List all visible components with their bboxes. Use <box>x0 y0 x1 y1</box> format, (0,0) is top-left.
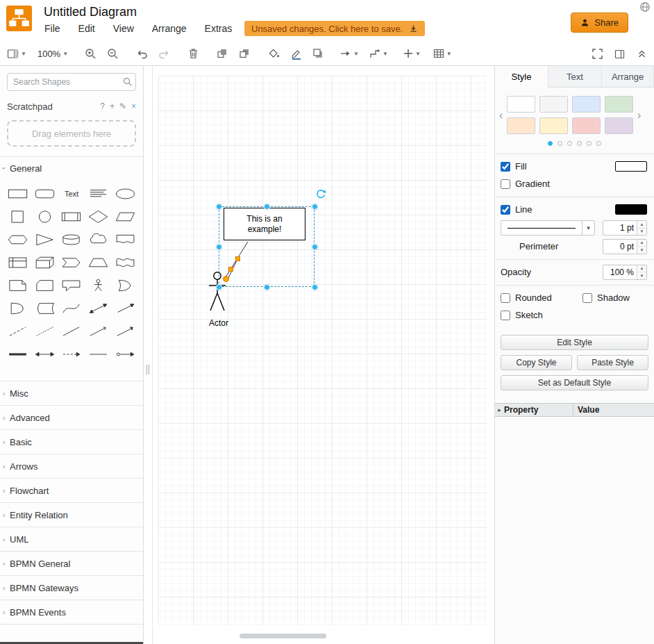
swatch-page-dot-4[interactable] <box>587 141 592 146</box>
shape-card[interactable] <box>31 274 58 297</box>
scratchpad-close-icon[interactable]: × <box>131 101 136 111</box>
shape-rectangle[interactable] <box>4 182 31 205</box>
swatch-page-dot-3[interactable] <box>577 141 582 146</box>
scratchpad-edit-icon[interactable]: ✎ <box>119 101 126 111</box>
rounded-checkbox[interactable] <box>501 293 510 303</box>
shape-bidirectional-connector[interactable] <box>31 342 58 365</box>
edit-style-button[interactable]: Edit Style <box>501 335 648 350</box>
waypoints-style-dropdown[interactable]: ▼ <box>369 44 389 63</box>
fill-toggle[interactable]: Fill <box>501 161 527 172</box>
scratchpad-add-icon[interactable]: + <box>110 101 115 111</box>
unsaved-changes-banner[interactable]: Unsaved changes. Click here to save. <box>244 21 425 36</box>
shape-dotted-line[interactable] <box>31 320 58 342</box>
line-color-swatch-button[interactable] <box>615 204 647 215</box>
edge-waypoint[interactable] <box>228 267 233 272</box>
menu-file[interactable]: File <box>44 23 60 34</box>
perimeter-stepper[interactable]: ▲▼ <box>637 240 646 254</box>
view-format-dropdown[interactable]: ▼ <box>6 44 28 63</box>
drawio-logo-icon[interactable] <box>6 6 32 31</box>
fullscreen-button[interactable] <box>589 45 605 63</box>
line-width-stepper[interactable]: ▲▼ <box>637 221 646 235</box>
shape-curve[interactable] <box>58 297 85 320</box>
shape-diamond[interactable] <box>85 205 112 228</box>
line-checkbox[interactable] <box>501 205 510 215</box>
shadow-toggle[interactable]: Shadow <box>582 292 630 303</box>
edge-source-point[interactable] <box>223 276 229 282</box>
to-front-button[interactable] <box>214 44 230 63</box>
selection-handle-ne[interactable] <box>312 204 318 210</box>
shape-ellipse[interactable] <box>112 182 139 205</box>
color-swatch-3[interactable] <box>605 96 633 113</box>
shape-rounded-rectangle[interactable] <box>31 182 58 205</box>
fill-color-swatch-button[interactable] <box>615 161 647 172</box>
swatch-page-dot-1[interactable] <box>557 141 562 146</box>
language-globe-icon[interactable] <box>639 1 651 13</box>
canvas-horizontal-scrollbar[interactable] <box>240 634 326 638</box>
color-swatch-6[interactable] <box>572 117 601 134</box>
shadow-checkbox[interactable] <box>582 293 592 303</box>
rectangle-shape[interactable]: This is an example! <box>224 208 305 240</box>
sidebar-section-general[interactable]: › General <box>0 156 143 179</box>
property-expand-arrow[interactable]: ▸ <box>495 406 504 413</box>
swatch-page-dot-0[interactable] <box>548 141 553 146</box>
set-default-style-button[interactable]: Set as Default Style <box>501 375 648 390</box>
shape-step[interactable] <box>58 251 85 274</box>
selection-handle-sw[interactable] <box>216 284 222 290</box>
shape-link[interactable] <box>4 342 31 365</box>
shape-callout[interactable] <box>58 274 85 297</box>
sidebar-section-bpmn-events[interactable]: ›BPMN Events <box>0 600 143 624</box>
shape-arrow-connector[interactable] <box>112 320 139 342</box>
toggle-format-panel-button[interactable] <box>611 45 628 63</box>
sidebar-section-bpmn-general[interactable]: ›BPMN General <box>0 551 143 575</box>
selection-handle-se[interactable] <box>312 284 318 290</box>
sidebar-section-flowchart[interactable]: ›Flowchart <box>0 478 143 502</box>
swatch-page-dot-2[interactable] <box>567 141 572 146</box>
copy-style-button[interactable]: Copy Style <box>501 355 572 370</box>
color-swatch-2[interactable] <box>572 96 601 113</box>
menu-edit[interactable]: Edit <box>78 23 95 34</box>
color-swatch-4[interactable] <box>507 117 535 134</box>
shape-dashed-line[interactable] <box>4 320 31 342</box>
fill-checkbox[interactable] <box>501 162 510 172</box>
swatch-prev-arrow[interactable]: ‹ <box>496 108 505 122</box>
shape-document[interactable] <box>112 228 139 251</box>
color-swatch-7[interactable] <box>605 117 633 134</box>
shape-circle-arrow-connector[interactable] <box>112 342 139 365</box>
tab-arrange[interactable]: Arrange <box>602 66 654 87</box>
selection-handle-w[interactable] <box>216 244 222 250</box>
tab-style[interactable]: Style <box>495 66 548 88</box>
scratchpad-help-icon[interactable]: ? <box>100 101 105 111</box>
shape-textbox[interactable] <box>85 182 112 205</box>
selection-handle-n[interactable] <box>264 204 270 210</box>
sketch-checkbox[interactable] <box>501 311 510 320</box>
insert-dropdown[interactable]: ▼ <box>402 44 422 63</box>
paste-style-button[interactable]: Paste Style <box>577 355 648 370</box>
line-toggle[interactable]: Line <box>501 204 533 215</box>
shape-directional-connector[interactable] <box>85 320 112 342</box>
line-style-dropdown[interactable]: ▼ <box>501 220 595 236</box>
sidebar-section-bpmn-gateways[interactable]: ›BPMN Gateways <box>0 575 143 600</box>
shadow-button[interactable] <box>310 44 326 63</box>
shape-circle[interactable] <box>31 205 58 228</box>
to-back-button[interactable] <box>236 44 253 63</box>
diagram-page[interactable] <box>158 76 487 625</box>
swatch-page-dot-5[interactable] <box>596 141 601 146</box>
table-dropdown[interactable]: ▼ <box>432 44 453 63</box>
sidebar-section-uml[interactable]: ›UML <box>0 527 143 551</box>
rounded-toggle[interactable]: Rounded <box>501 292 582 303</box>
selection-handle-s[interactable] <box>264 284 270 290</box>
zoom-in-button[interactable] <box>82 44 99 63</box>
gradient-checkbox[interactable] <box>501 179 510 189</box>
menu-extras[interactable]: Extras <box>205 23 233 34</box>
shape-cube[interactable] <box>31 251 58 274</box>
menu-view[interactable]: View <box>113 23 134 34</box>
color-swatch-1[interactable] <box>539 96 568 113</box>
shape-bidirectional-arrow[interactable] <box>85 297 112 320</box>
redo-button[interactable] <box>156 44 172 63</box>
shape-internal-storage[interactable] <box>4 251 31 274</box>
shape-actor[interactable] <box>85 274 112 297</box>
shape-square[interactable] <box>4 205 31 228</box>
share-button[interactable]: Share <box>571 13 628 33</box>
sidebar-section-basic[interactable]: ›Basic <box>0 429 143 454</box>
undo-button[interactable] <box>133 44 150 63</box>
